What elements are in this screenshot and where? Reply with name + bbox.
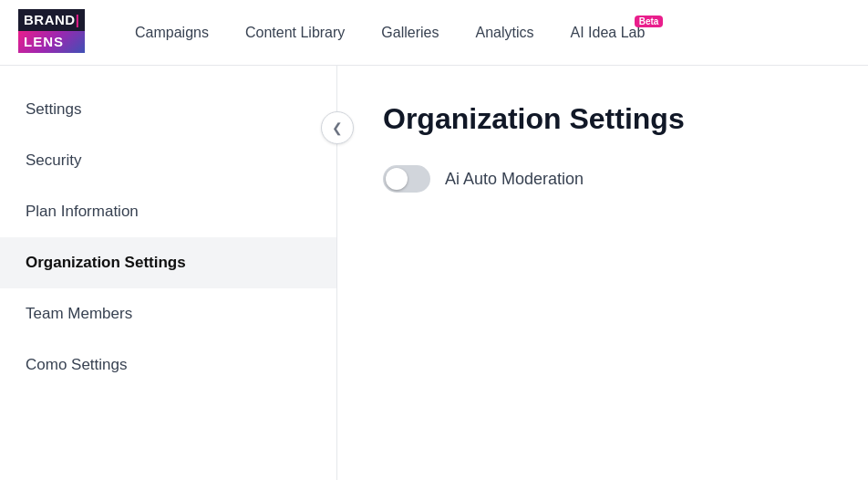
nav-item-content-library[interactable]: Content Library — [231, 17, 359, 48]
nav-item-campaigns[interactable]: Campaigns — [120, 17, 223, 48]
ai-auto-moderation-toggle[interactable] — [383, 165, 430, 193]
ai-auto-moderation-label: Ai Auto Moderation — [445, 170, 584, 189]
nav-item-galleries[interactable]: Galleries — [367, 17, 453, 48]
sidebar-item-organization-settings[interactable]: Organization Settings — [0, 237, 336, 288]
nav-item-ai-idea-lab[interactable]: AI Idea Lab Beta — [556, 17, 660, 48]
toggle-knob — [386, 168, 408, 190]
header: BRAND| LENS Campaigns Content Library Ga… — [0, 0, 868, 66]
beta-badge: Beta — [635, 16, 664, 27]
sidebar-item-team-members[interactable]: Team Members — [0, 288, 336, 339]
sidebar-item-plan-information[interactable]: Plan Information — [0, 186, 336, 237]
sidebar-item-security[interactable]: Security — [0, 135, 336, 186]
chevron-left-icon: ❮ — [332, 120, 343, 135]
sidebar-item-settings[interactable]: Settings — [0, 84, 336, 135]
logo-lens-text: LENS — [18, 31, 85, 53]
page-title: Organization Settings — [383, 102, 822, 136]
nav-item-analytics[interactable]: Analytics — [460, 17, 548, 48]
sidebar-item-como-settings[interactable]: Como Settings — [0, 339, 336, 391]
ai-auto-moderation-row: Ai Auto Moderation — [383, 165, 822, 193]
logo-brand-text: BRAND| — [18, 9, 85, 31]
logo[interactable]: BRAND| LENS — [18, 9, 84, 57]
main-layout: Settings Security Plan Information Organ… — [0, 66, 868, 480]
main-nav: Campaigns Content Library Galleries Anal… — [120, 17, 850, 48]
collapse-sidebar-button[interactable]: ❮ — [321, 111, 354, 144]
sidebar: Settings Security Plan Information Organ… — [0, 66, 337, 480]
content-area: ❮ Organization Settings Ai Auto Moderati… — [337, 66, 868, 480]
